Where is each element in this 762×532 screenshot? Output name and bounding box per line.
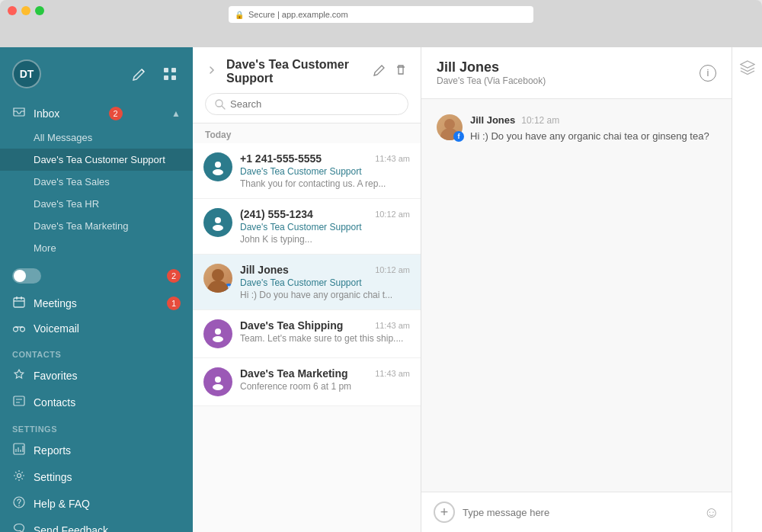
meetings-icon [12,296,26,310]
help-label: Help & FAQ [34,498,90,510]
chat-header-actions: i [700,65,716,82]
meetings-badge: 1 [167,296,181,310]
message-row: f Jill Jones 10:12 am Hi :) Do you have … [437,114,716,144]
toggle-row: 2 [0,262,193,290]
edit-conversation-icon[interactable] [372,62,387,81]
svg-point-18 [213,169,223,175]
help-icon [12,496,26,511]
conv-content: Jill Jones 10:12 am Dave's Tea Customer … [240,264,410,300]
lock-icon: 🔒 [235,11,244,19]
conv-content: Dave's Tea Shipping 11:43 am Team. Let's… [240,319,410,344]
sidebar-item-daves-tea-hr[interactable]: Dave's Tea HR [0,193,193,215]
chat-input-bar: + ☺ [421,492,732,532]
conv-content: (241) 555-1234 10:12 am Dave's Tea Custo… [240,208,410,245]
settings-icon [12,470,26,484]
sidebar-item-all-messages[interactable]: All Messages [0,127,193,149]
minimize-button[interactable] [21,6,30,15]
conv-item[interactable]: (241) 555-1234 10:12 am Dave's Tea Custo… [193,199,421,255]
conv-item[interactable]: Dave's Tea Marketing 11:43 am Conference… [193,358,421,406]
contacts-section-label: CONTACTS [0,341,193,362]
sidebar-item-daves-tea-cs[interactable]: Dave's Tea Customer Support [0,149,193,171]
sidebar-item-daves-tea-sales[interactable]: Dave's Tea Sales [0,171,193,193]
conv-list-title: Dave's Tea Customer Support [226,58,366,85]
chat-area: Jill Jones Dave's Tea (Via Facebook) i f… [421,47,732,532]
grid-icon[interactable] [159,63,181,85]
message-body: Jill Jones 10:12 am Hi :) Do you have an… [470,114,716,144]
chat-header: Jill Jones Dave's Tea (Via Facebook) i [421,47,732,99]
feedback-label: Send Feedback [34,524,108,533]
conv-item[interactable]: +1 241-555-5555 11:43 am Dave's Tea Cust… [193,143,421,199]
conv-item[interactable]: Dave's Tea Shipping 11:43 am Team. Let's… [193,310,421,358]
emoji-button[interactable]: ☺ [704,504,719,521]
message-fb-badge: f [453,131,464,142]
inbox-nav-item[interactable]: Inbox 2 ▲ [0,101,193,127]
date-divider: Today [193,123,421,143]
toggle-switch[interactable] [12,268,41,284]
reports-icon [12,443,26,457]
settings-nav-item[interactable]: Settings [0,463,193,490]
conv-avatar-person: f [203,264,232,293]
sidebar-item-daves-tea-marketing[interactable]: Dave's Tea Marketing [0,215,193,237]
inbox-section: Inbox 2 ▲ All Messages Dave's Tea Custom… [0,98,193,262]
contacts-nav-item[interactable]: Contacts [0,389,193,415]
header-icons [129,63,181,85]
maximize-button[interactable] [35,6,44,15]
sidebar-item-more[interactable]: More [0,237,193,259]
voicemail-nav-item[interactable]: Voicemail [0,316,193,341]
voicemail-label: Voicemail [34,322,79,335]
svg-point-19 [215,217,221,223]
close-button[interactable] [8,6,17,15]
browser-chrome: 🔒 Secure | app.example.com [0,0,762,47]
search-icon [215,99,226,110]
settings-label: Settings [34,471,72,483]
avatar[interactable]: DT [12,59,41,88]
message-sender: Jill Jones [470,114,515,126]
compose-icon[interactable] [129,63,150,85]
svg-point-5 [14,327,18,332]
chat-contact-name: Jill Jones [437,59,546,75]
feedback-nav-item[interactable]: Send Feedback [0,517,193,532]
search-input[interactable] [230,98,399,110]
add-attachment-button[interactable]: + [434,502,455,523]
feedback-icon [12,523,26,532]
svg-rect-7 [14,396,24,405]
conv-content: +1 241-555-5555 11:43 am Dave's Tea Cust… [240,152,410,189]
contacts-icon [12,395,26,409]
address-text: Secure | app.example.com [248,10,348,19]
search-bar [205,93,408,115]
inbox-label: Inbox [34,107,59,120]
meetings-nav-item[interactable]: Meetings 1 [0,290,193,316]
conv-items: +1 241-555-5555 11:43 am Dave's Tea Cust… [193,143,421,532]
conv-list-header: Dave's Tea Customer Support [193,47,421,123]
conv-avatar [203,319,232,348]
message-time: 10:12 am [521,115,559,126]
message-input[interactable] [463,507,696,518]
svg-rect-0 [164,68,168,72]
message-meta: Jill Jones 10:12 am [470,114,716,126]
inbox-icon [12,107,26,120]
back-icon[interactable] [205,62,220,82]
svg-rect-1 [171,68,176,72]
svg-rect-4 [14,298,24,307]
layers-icon[interactable] [740,59,755,79]
conv-item-selected[interactable]: f Jill Jones 10:12 am Dave's Tea Custome… [193,255,421,310]
reports-label: Reports [34,444,71,457]
help-nav-item[interactable]: Help & FAQ [0,490,193,517]
info-icon[interactable]: i [700,65,716,82]
conversation-list: Dave's Tea Customer Support [193,47,421,532]
svg-rect-2 [164,75,168,80]
address-bar[interactable]: 🔒 Secure | app.example.com [229,6,533,23]
delete-conversation-icon[interactable] [393,62,408,81]
svg-point-20 [213,225,223,231]
svg-point-23 [215,377,221,383]
toggle-badge: 2 [167,269,181,283]
favorites-icon [12,368,26,383]
reports-nav-item[interactable]: Reports [0,437,193,463]
svg-point-9 [18,474,21,478]
settings-section-label: SETTINGS [0,415,193,437]
conv-content: Dave's Tea Marketing 11:43 am Conference… [240,367,410,392]
svg-point-22 [213,336,223,342]
favorites-nav-item[interactable]: Favorites [0,362,193,389]
chat-messages: f Jill Jones 10:12 am Hi :) Do you have … [421,99,732,492]
svg-point-11 [18,505,20,507]
